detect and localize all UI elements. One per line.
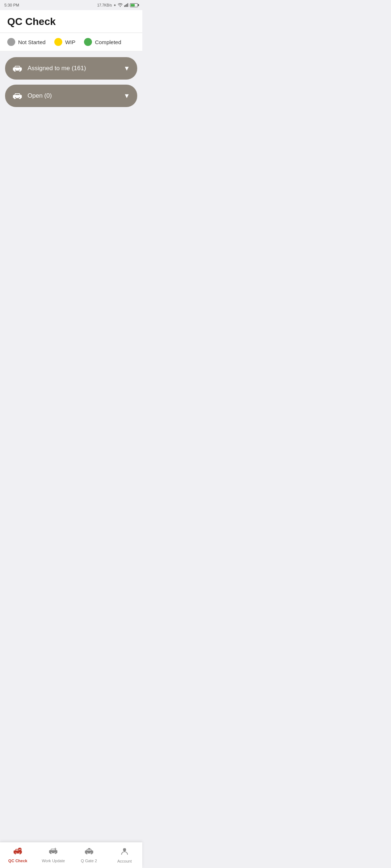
assigned-car-icon: [12, 65, 22, 72]
status-icons: 17.7KB/s ✦: [97, 3, 138, 8]
assigned-chevron-icon: ▼: [123, 65, 130, 72]
main-content: Assigned to me (161) ▼ Open (0) ▼: [0, 51, 142, 269]
data-speed: 17.7KB/s: [97, 3, 112, 7]
app-container: 5:30 PM 17.7KB/s ✦ QC: [0, 0, 142, 316]
status-legend: Not Started WIP Completed: [0, 33, 142, 51]
svg-rect-2: [126, 4, 127, 7]
legend-not-started: Not Started: [7, 38, 46, 46]
svg-rect-1: [125, 5, 126, 7]
wip-label: WIP: [65, 39, 75, 45]
nav-spacer: [0, 269, 142, 316]
assigned-label: Assigned to me (161): [28, 65, 118, 72]
status-time: 5:30 PM: [4, 3, 19, 7]
open-accordion[interactable]: Open (0) ▼: [5, 85, 137, 107]
svg-rect-0: [124, 5, 125, 7]
not-started-dot: [7, 38, 15, 46]
completed-label: Completed: [95, 39, 121, 45]
accordion-list: Assigned to me (161) ▼ Open (0) ▼: [0, 51, 142, 113]
page-header: QC Check: [0, 10, 142, 33]
legend-completed: Completed: [84, 38, 121, 46]
assigned-to-me-accordion[interactable]: Assigned to me (161) ▼: [5, 57, 137, 80]
bluetooth-icon: ✦: [113, 3, 116, 7]
open-label: Open (0): [28, 92, 118, 99]
open-car-icon: [12, 92, 22, 99]
completed-dot: [84, 38, 92, 46]
wip-dot: [54, 38, 62, 46]
battery-icon: [130, 3, 138, 7]
signal-icon: [124, 3, 129, 8]
legend-wip: WIP: [54, 38, 75, 46]
wifi-icon: [118, 3, 123, 8]
not-started-label: Not Started: [18, 39, 46, 45]
page-title: QC Check: [7, 16, 135, 27]
open-chevron-icon: ▼: [123, 92, 130, 100]
status-bar: 5:30 PM 17.7KB/s ✦: [0, 0, 142, 10]
svg-rect-3: [127, 3, 128, 7]
